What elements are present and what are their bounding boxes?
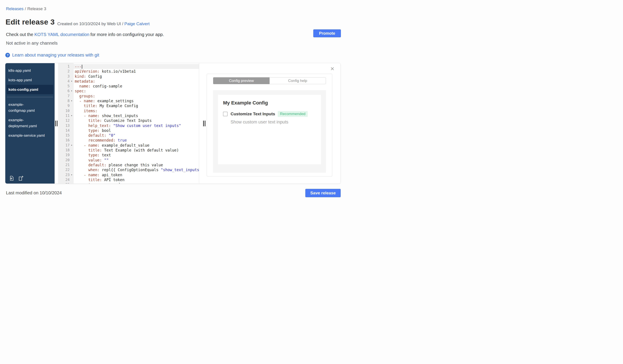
customize-text-inputs-checkbox[interactable] bbox=[223, 112, 227, 116]
editor-gutter: 1234▾56▾78▾91011▾121314151617▾1819202122… bbox=[58, 63, 74, 183]
line-number: 16 bbox=[58, 138, 70, 143]
fold-arrow-icon[interactable]: ▾ bbox=[70, 113, 74, 118]
kots-yaml-doc-link[interactable]: KOTS YAML documentation bbox=[34, 32, 89, 37]
line-number: 17 bbox=[58, 143, 70, 148]
fold-arrow-icon[interactable]: ▾ bbox=[70, 99, 74, 103]
code-line-14[interactable]: type: bool bbox=[74, 128, 199, 133]
line-number: 1 bbox=[58, 64, 70, 69]
fold-arrow-icon[interactable]: ▾ bbox=[70, 79, 74, 84]
code-line-5[interactable]: name: config-sample bbox=[74, 84, 199, 89]
gutter-line-8: 8▾ bbox=[58, 99, 74, 103]
tab-config-help[interactable]: Config help bbox=[269, 77, 326, 84]
fold-spacer bbox=[70, 162, 74, 167]
gutter-line-19: 19 bbox=[58, 153, 74, 158]
fold-arrow-icon[interactable]: ▾ bbox=[70, 173, 74, 177]
gutter-line-15: 15 bbox=[58, 133, 74, 138]
save-release-button[interactable]: Save release bbox=[305, 189, 341, 197]
editor-code[interactable]: ---apiVersion: kots.io/v1beta1kind: Conf… bbox=[74, 63, 199, 183]
fold-spacer bbox=[70, 153, 74, 158]
created-author-link[interactable]: Paige Calvert bbox=[124, 21, 150, 26]
fold-spacer bbox=[70, 128, 74, 133]
code-line-20[interactable]: value: "" bbox=[74, 158, 199, 162]
gutter-line-24: 24 bbox=[58, 177, 74, 182]
sidebar-file-example-deployment.yaml[interactable]: example-deployment.yaml bbox=[7, 115, 53, 131]
page-title: Edit release 3 bbox=[5, 18, 55, 26]
close-icon[interactable]: × bbox=[330, 65, 334, 72]
line-number: 15 bbox=[58, 133, 70, 138]
sidebar-file-example-service.yaml[interactable]: example-service.yaml bbox=[7, 131, 53, 140]
question-mark-icon[interactable]: ? bbox=[5, 53, 10, 58]
code-line-13[interactable]: help_text: "Show custom user text inputs… bbox=[74, 123, 199, 128]
code-line-7[interactable]: groups: bbox=[74, 94, 199, 99]
code-line-9[interactable]: title: My Example Config bbox=[74, 103, 199, 108]
code-line-8[interactable]: - name: example_settings bbox=[74, 99, 199, 103]
git-releases-link[interactable]: Learn about managing your releases with … bbox=[12, 53, 99, 58]
gutter-line-1: 1 bbox=[58, 64, 74, 69]
sidebar-file-kots-config.yaml[interactable]: kots-config.yaml bbox=[7, 85, 53, 94]
upload-file-icon[interactable] bbox=[9, 175, 14, 181]
code-line-1[interactable]: --- bbox=[74, 64, 199, 69]
fold-arrow-icon[interactable]: ▾ bbox=[70, 89, 74, 93]
code-line-6[interactable]: spec: bbox=[74, 89, 199, 93]
new-file-icon[interactable] bbox=[18, 175, 24, 181]
line-number: 4 bbox=[58, 79, 70, 84]
sidebar-file-k8s-app.yaml[interactable]: k8s-app.yaml bbox=[7, 66, 53, 75]
gutter-line-9: 9 bbox=[58, 103, 74, 108]
channel-status: Not active in any channels bbox=[6, 41, 58, 46]
gutter-line-6: 6▾ bbox=[58, 89, 74, 93]
line-number: 9 bbox=[58, 103, 70, 108]
line-number: 25 bbox=[58, 182, 70, 184]
fold-spacer bbox=[70, 74, 74, 79]
line-number: 22 bbox=[58, 167, 70, 172]
pane-resize-handle-right[interactable] bbox=[203, 121, 205, 126]
config-option-row: Customize Text Inputs Recommended bbox=[223, 111, 316, 117]
code-line-24[interactable]: title: API token bbox=[74, 177, 199, 182]
code-line-23[interactable]: - name: api_token bbox=[74, 173, 199, 177]
code-line-3[interactable]: kind: Config bbox=[74, 74, 199, 79]
breadcrumb-releases-link[interactable]: Releases bbox=[6, 6, 23, 11]
gutter-line-5: 5 bbox=[58, 84, 74, 89]
line-number: 19 bbox=[58, 153, 70, 158]
line-number: 21 bbox=[58, 162, 70, 167]
code-line-25[interactable]: type: password bbox=[74, 182, 199, 183]
code-line-15[interactable]: default: "0" bbox=[74, 133, 199, 138]
fold-arrow-icon[interactable]: ▾ bbox=[70, 143, 74, 148]
code-line-10[interactable]: items: bbox=[74, 108, 199, 113]
gutter-line-4: 4▾ bbox=[58, 79, 74, 84]
sidebar-file-example-configmap.yaml[interactable]: example-configmap.yaml bbox=[7, 100, 53, 115]
code-line-18[interactable]: title: Text Example (with default value) bbox=[74, 148, 199, 153]
code-line-22[interactable]: when: repl{{ ConfigOptionEquals "show_te… bbox=[74, 167, 199, 172]
gutter-line-3: 3 bbox=[58, 74, 74, 79]
fold-spacer bbox=[70, 94, 74, 99]
line-number: 8 bbox=[58, 99, 70, 103]
code-line-4[interactable]: metadata: bbox=[74, 79, 199, 84]
file-list: k8s-app.yamlkots-app.yamlkots-config.yam… bbox=[5, 66, 55, 140]
tab-config-preview[interactable]: Config preview bbox=[213, 77, 269, 84]
recommended-badge: Recommended bbox=[278, 111, 308, 117]
code-line-16[interactable]: recommended: true bbox=[74, 138, 199, 143]
code-line-11[interactable]: - name: show_text_inputs bbox=[74, 113, 199, 118]
file-label: k8s-app.yaml bbox=[8, 68, 31, 74]
file-label: example-service.yaml bbox=[8, 133, 45, 139]
code-line-21[interactable]: default: please change this value bbox=[74, 162, 199, 167]
gutter-line-22: 22 bbox=[58, 167, 74, 172]
fold-spacer bbox=[70, 123, 74, 128]
gutter-line-13: 13 bbox=[58, 123, 74, 128]
fold-spacer bbox=[70, 64, 74, 69]
fold-spacer bbox=[70, 84, 74, 89]
code-line-19[interactable]: type: text bbox=[74, 153, 199, 158]
line-number: 7 bbox=[58, 94, 70, 99]
sidebar-file-kots-app.yaml[interactable]: kots-app.yaml bbox=[7, 75, 53, 85]
promote-button[interactable]: Promote bbox=[313, 29, 341, 37]
code-line-17[interactable]: - name: example_default_value bbox=[74, 143, 199, 148]
line-number: 11 bbox=[58, 113, 70, 118]
fold-spacer bbox=[70, 177, 74, 182]
line-number: 23 bbox=[58, 173, 70, 177]
sidebar-actions bbox=[9, 175, 24, 181]
code-line-12[interactable]: title: Customize Text Inputs bbox=[74, 118, 199, 123]
pane-resize-handle-left[interactable] bbox=[55, 121, 58, 126]
line-number: 12 bbox=[58, 118, 70, 123]
code-line-2[interactable]: apiVersion: kots.io/v1beta1 bbox=[74, 69, 199, 74]
line-number: 14 bbox=[58, 128, 70, 133]
doc-line: Check out theKOTS YAML documentationfor … bbox=[6, 32, 164, 37]
